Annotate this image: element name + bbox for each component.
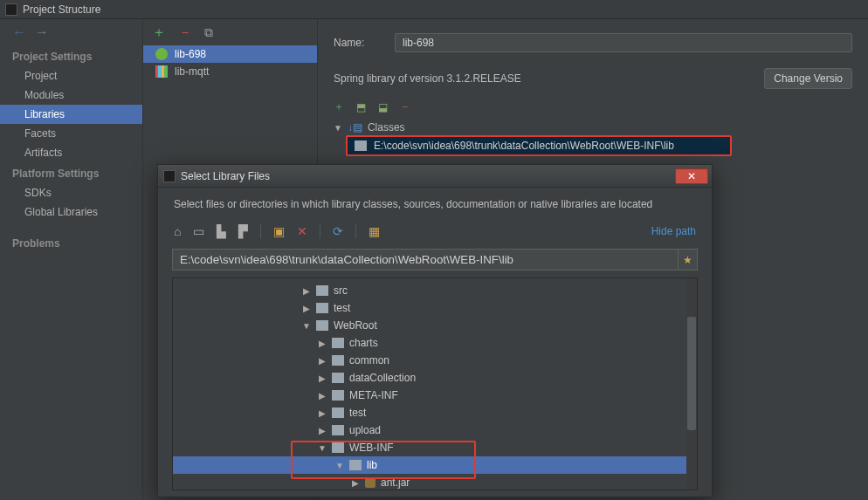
sidebar-item-problems[interactable]: Problems [0, 234, 142, 253]
tree-node[interactable]: ▼WebRoot [173, 317, 697, 334]
home-icon[interactable]: ⌂ [174, 224, 181, 238]
tree-node-label: WebRoot [334, 319, 377, 332]
dialog-titlebar[interactable]: Select Library Files ✕ [158, 165, 712, 188]
dialog-toolbar: ⌂ ▭ ▙ ▛ ▣ ✕ ⟳ ▦ Hide path [158, 219, 712, 243]
folder-icon [332, 390, 344, 401]
classes-toolbar: ＋ ⬒ ⬓ － [318, 99, 868, 120]
tree-node[interactable]: ▶ant.jar [173, 474, 697, 490]
tree-node[interactable]: ▶test [173, 299, 697, 317]
app-logo-icon [163, 170, 176, 182]
path-input[interactable] [172, 249, 679, 271]
tree-node[interactable]: ▶charts [173, 334, 697, 352]
library-row-lib-mqtt[interactable]: lib-mqtt [143, 63, 317, 80]
tree-node[interactable]: ▶src [173, 282, 697, 299]
sidebar-item-artifacts[interactable]: Artifacts [0, 143, 142, 162]
dialog-close-button[interactable]: ✕ [675, 168, 708, 184]
expand-icon[interactable]: ▼ [318, 443, 327, 453]
show-hidden-icon[interactable]: ▦ [369, 224, 380, 238]
jar-icon [365, 477, 375, 488]
tree-node-label: test [334, 302, 350, 314]
toolbar-separator [355, 224, 356, 238]
tree-node[interactable]: ▶upload [173, 421, 697, 439]
remove-library-icon[interactable]: － [178, 24, 192, 42]
sidebar-item-sdks[interactable]: SDKs [0, 183, 142, 202]
tree-node[interactable]: ▶META-INF [173, 387, 697, 404]
refresh-icon[interactable]: ⟳ [333, 224, 343, 238]
project-icon[interactable]: ▙ [217, 224, 226, 238]
scrollbar-thumb[interactable] [687, 317, 696, 430]
tree-node[interactable]: ▶test [173, 404, 697, 421]
tree-node[interactable]: ▶dataCollection [173, 369, 697, 387]
folder-icon [332, 442, 344, 453]
sidebar-item-global-libraries[interactable]: Global Libraries [0, 202, 142, 222]
classes-path-row[interactable]: E:\code\svn\idea\698\trunk\dataCollectio… [346, 135, 732, 156]
add-library-icon[interactable]: ＋ [152, 24, 166, 42]
project-structure-sidebar: ← → Project Settings Project Modules Lib… [0, 19, 143, 500]
remove-classes-icon[interactable]: － [400, 99, 410, 114]
desktop-icon[interactable]: ▭ [193, 224, 204, 238]
delete-icon[interactable]: ✕ [297, 224, 307, 238]
change-version-button[interactable]: Change Versio [764, 68, 852, 89]
attach-docs-icon[interactable]: ⬓ [378, 101, 388, 113]
folder-icon [316, 285, 328, 296]
tree-node-label: dataCollection [349, 372, 416, 384]
folder-icon [332, 425, 344, 435]
nav-back-icon[interactable]: ← [12, 24, 26, 40]
library-row-label: lib-mqtt [175, 65, 209, 78]
library-name-input[interactable]: lib-698 [395, 33, 852, 52]
sidebar-item-modules[interactable]: Modules [0, 86, 142, 105]
sidebar-item-libraries[interactable]: Libraries [0, 105, 142, 124]
tree-node-label: test [349, 407, 366, 419]
expand-icon[interactable]: ▶ [318, 356, 327, 366]
folder-icon [355, 140, 367, 151]
expand-icon[interactable]: ▼ [335, 461, 344, 470]
new-folder-icon[interactable]: ▣ [273, 224, 285, 238]
tree-node[interactable]: ▶common [173, 352, 697, 369]
hide-path-link[interactable]: Hide path [651, 225, 696, 237]
tree-node-label: META-INF [349, 389, 398, 401]
expand-icon[interactable]: ▶ [302, 304, 311, 313]
select-library-files-dialog: Select Library Files ✕ Select files or d… [157, 164, 713, 497]
add-classes-icon[interactable]: ＋ [334, 99, 344, 114]
window-title: Project Structure [23, 3, 100, 16]
tree-scrollbar[interactable] [686, 278, 697, 490]
dialog-instruction: Select files or directories in which lib… [158, 188, 712, 219]
library-icon [155, 65, 168, 78]
module-icon[interactable]: ▛ [238, 224, 248, 238]
tree-node[interactable]: ▼lib [173, 456, 697, 474]
app-logo-icon [5, 3, 17, 16]
tree-node-label: ant.jar [381, 476, 410, 489]
expand-icon[interactable]: ▶ [351, 478, 360, 488]
expand-icon[interactable]: ▶ [318, 339, 327, 348]
expand-icon[interactable]: ▶ [318, 373, 327, 383]
library-row-lib-698[interactable]: lib-698 [143, 45, 317, 63]
expand-icon[interactable]: ▶ [318, 391, 327, 401]
section-project-settings: Project Settings [0, 45, 142, 66]
classes-node[interactable]: ▼ ↓▤ Classes [330, 120, 856, 135]
sidebar-item-facets[interactable]: Facets [0, 124, 142, 143]
expand-icon[interactable]: ▶ [318, 426, 327, 435]
expand-icon[interactable]: ▼ [302, 321, 311, 331]
folder-icon [332, 373, 344, 383]
classes-folder-icon: ↓▤ [348, 121, 362, 134]
expand-icon[interactable]: ▼ [334, 123, 342, 133]
nav-forward-icon[interactable]: → [35, 24, 49, 40]
toolbar-separator [260, 224, 261, 238]
tree-node[interactable]: ▼WEB-INF [173, 439, 697, 456]
sidebar-item-project[interactable]: Project [0, 66, 142, 86]
spring-icon [155, 48, 168, 60]
tree-node-label: common [349, 354, 389, 366]
name-label: Name: [334, 37, 382, 49]
attach-sources-icon[interactable]: ⬒ [356, 101, 366, 113]
classes-path-text: E:\code\svn\idea\698\trunk\dataCollectio… [374, 140, 674, 152]
path-history-icon[interactable]: ★ [679, 249, 698, 271]
file-tree[interactable]: ▶src▶test▼WebRoot▶charts▶common▶dataColl… [173, 278, 697, 490]
folder-icon [332, 355, 344, 366]
expand-icon[interactable]: ▶ [318, 408, 327, 418]
expand-icon[interactable]: ▶ [302, 286, 311, 296]
tree-node-label: upload [349, 424, 381, 436]
main-window-titlebar: Project Structure [0, 0, 868, 19]
library-list-toolbar: ＋ － ⧉ [143, 19, 317, 45]
copy-library-icon[interactable]: ⧉ [204, 25, 213, 40]
classes-tree: ▼ ↓▤ Classes E:\code\svn\idea\698\trunk\… [318, 120, 868, 156]
